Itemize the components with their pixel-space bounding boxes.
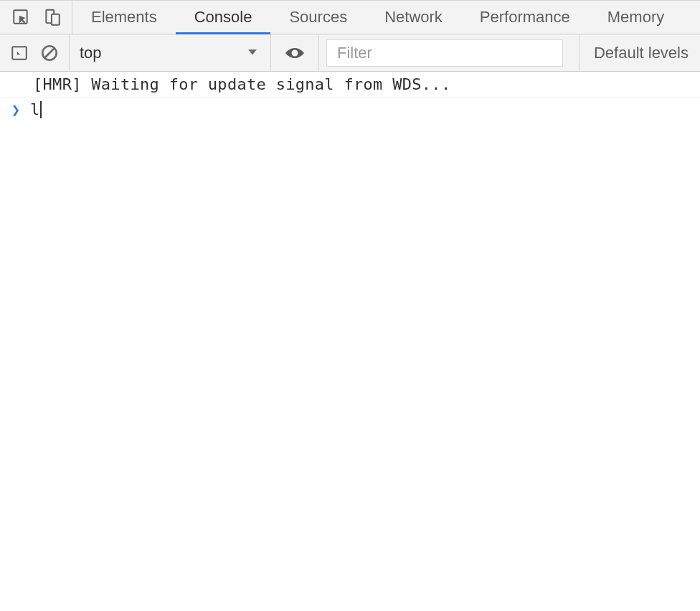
execution-context-select[interactable]: top <box>80 44 263 62</box>
log-levels-select[interactable]: Default levels <box>580 34 700 71</box>
clear-console-icon[interactable] <box>40 44 59 62</box>
svg-line-5 <box>45 48 55 57</box>
console-input-value: l <box>30 100 39 118</box>
execution-context-section: top <box>70 34 271 71</box>
inspect-element-icon[interactable] <box>11 8 30 27</box>
tab-label: Sources <box>289 8 347 27</box>
text-cursor <box>40 101 42 118</box>
create-live-expression-icon[interactable] <box>284 44 306 62</box>
log-levels-label: Default levels <box>594 44 689 62</box>
toggle-console-sidebar-icon[interactable] <box>10 44 29 62</box>
console-input[interactable]: l <box>30 100 42 119</box>
log-text: [HMR] Waiting for update signal from WDS… <box>33 75 450 93</box>
tab-label: Memory <box>607 8 664 27</box>
tab-elements[interactable]: Elements <box>72 1 176 34</box>
console-toolbar: top Default levels <box>0 34 700 72</box>
prompt-chevron-icon: ❯ <box>11 101 20 118</box>
live-expression-section <box>271 34 319 71</box>
svg-point-6 <box>293 51 297 55</box>
console-prompt[interactable]: ❯ l <box>0 98 700 122</box>
devtools-tab-bar: Elements Console Sources Network Perform… <box>0 0 700 34</box>
tab-console[interactable]: Console <box>176 1 271 34</box>
toolbar-left-icons <box>0 34 70 71</box>
tab-label: Elements <box>91 8 157 27</box>
tab-memory[interactable]: Memory <box>589 1 683 34</box>
svg-rect-3 <box>12 47 27 59</box>
tab-label: Console <box>194 8 252 27</box>
tab-bar-left-icons <box>0 1 72 34</box>
console-log-message: [HMR] Waiting for update signal from WDS… <box>0 72 700 98</box>
filter-input[interactable] <box>326 39 563 67</box>
devtools-tabs: Elements Console Sources Network Perform… <box>72 1 683 34</box>
execution-context-value: top <box>80 44 102 62</box>
console-messages: [HMR] Waiting for update signal from WDS… <box>0 72 700 122</box>
tab-sources[interactable]: Sources <box>270 1 366 34</box>
tab-label: Performance <box>480 8 570 27</box>
tab-label: Network <box>384 8 443 27</box>
device-toolbar-icon[interactable] <box>43 8 62 27</box>
chevron-down-icon <box>246 44 259 62</box>
tab-network[interactable]: Network <box>366 1 461 34</box>
svg-rect-2 <box>52 14 60 25</box>
tab-performance[interactable]: Performance <box>461 1 589 34</box>
filter-section <box>319 34 580 71</box>
